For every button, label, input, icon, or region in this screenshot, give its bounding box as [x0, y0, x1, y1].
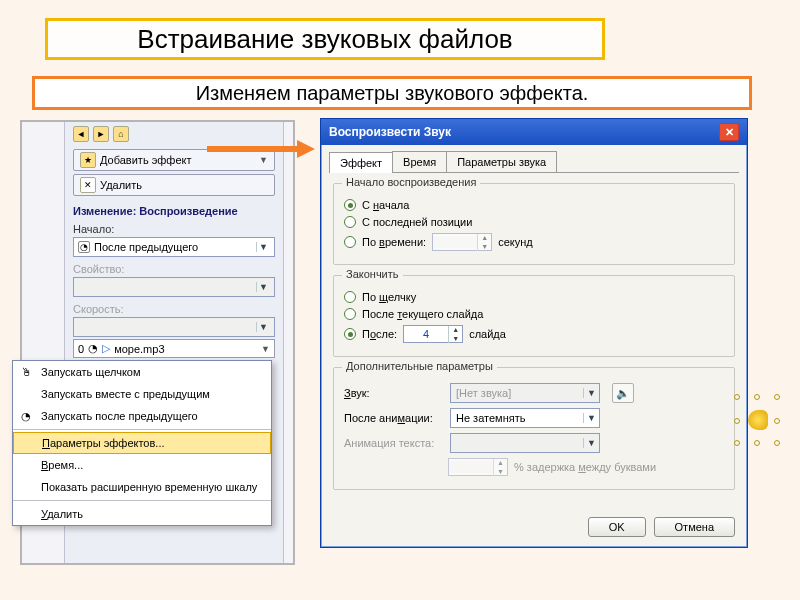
ok-button[interactable]: OK — [588, 517, 646, 537]
cm-start-on-click[interactable]: 🖱 Запускать щелчком — [13, 361, 271, 383]
star-icon: ★ — [80, 152, 96, 168]
cm-label: Запускать после предыдущего — [41, 410, 198, 422]
spin-up-icon[interactable]: ▲ — [478, 234, 491, 243]
add-effect-label: Добавить эффект — [100, 154, 191, 166]
radio-end-after-current-slide[interactable]: После текущего слайда — [344, 308, 724, 320]
time-unit: секунд — [498, 236, 533, 248]
close-button[interactable]: ✕ — [719, 123, 739, 141]
dropdown-icon: ▼ — [256, 242, 270, 252]
property-label: Свойство: — [65, 259, 283, 275]
remove-label: Удалить — [100, 179, 142, 191]
dialog-button-row: OK Отмена — [588, 517, 735, 537]
group-extra-params: Дополнительные параметры Звук: [Нет звук… — [333, 367, 735, 490]
cm-label: Показать расширенную временную шкалу — [41, 481, 257, 493]
slides-spinner[interactable]: ▲▼ — [403, 325, 463, 343]
radio-icon — [344, 199, 356, 211]
dropdown-icon: ▼ — [256, 322, 270, 332]
group-title: Дополнительные параметры — [342, 360, 497, 372]
after-animation-combo[interactable]: Не затемнять ▼ — [450, 408, 600, 428]
forward-icon[interactable]: ► — [93, 126, 109, 142]
dropdown-icon: ▼ — [583, 438, 599, 448]
radio-label: По времени: — [362, 236, 426, 248]
radio-icon — [344, 308, 356, 320]
dialog-title: Воспроизвести Звук — [329, 125, 451, 139]
radio-label: По щелчку — [362, 291, 416, 303]
cm-timing[interactable]: Время... — [13, 454, 271, 476]
cm-effect-options[interactable]: Параметры эффектов... — [13, 432, 271, 454]
radio-from-last-position[interactable]: С последней позиции — [344, 216, 724, 228]
preview-sound-button[interactable]: 🔈 — [612, 383, 634, 403]
clock-icon: ◔ — [88, 342, 98, 355]
dropdown-icon: ▼ — [261, 344, 270, 354]
group-end: Закончить По щелчку После текущего слайд… — [333, 275, 735, 357]
start-combo[interactable]: ◔ После предыдущего ▼ — [73, 237, 275, 257]
effect-index: 0 — [78, 343, 84, 355]
slides-unit: слайда — [469, 328, 506, 340]
radio-icon — [344, 216, 356, 228]
group-title: Закончить — [342, 268, 403, 280]
group-title: Начало воспроизведения — [342, 176, 480, 188]
after-animation-value: Не затемнять — [451, 412, 583, 424]
spin-down-icon[interactable]: ▼ — [449, 334, 462, 343]
cm-label: Запускать вместе с предыдущим — [41, 388, 210, 400]
start-label: Начало: — [65, 219, 283, 235]
cm-label: Параметры эффектов... — [42, 437, 165, 449]
play-icon: ▷ — [102, 342, 110, 355]
sound-object-marker — [734, 394, 782, 448]
tab-sound-params[interactable]: Параметры звука — [446, 151, 557, 172]
text-animation-label: Анимация текста: — [344, 437, 444, 449]
tab-label: Параметры звука — [457, 156, 546, 168]
dropdown-icon: ▼ — [583, 388, 599, 398]
radio-from-time[interactable]: По времени: ▲▼ секунд — [344, 233, 724, 251]
slide-subtitle: Изменяем параметры звукового эффекта. — [32, 76, 752, 110]
slide-title: Встраивание звуковых файлов — [45, 18, 605, 60]
dropdown-icon: ▼ — [259, 155, 268, 165]
delete-icon: ✕ — [80, 177, 96, 193]
home-icon[interactable]: ⌂ — [113, 126, 129, 142]
cm-label: Время... — [41, 459, 83, 471]
separator — [13, 500, 271, 501]
cm-show-advanced-timeline[interactable]: Показать расширенную временную шкалу — [13, 476, 271, 498]
cm-delete[interactable]: Удалить — [13, 503, 271, 525]
after-animation-label: После анимации: — [344, 412, 444, 424]
cm-label: Запускать щелчком — [41, 366, 141, 378]
radio-end-on-click[interactable]: По щелчку — [344, 291, 724, 303]
spin-down-icon[interactable]: ▼ — [478, 242, 491, 251]
time-spinner[interactable]: ▲▼ — [432, 233, 492, 251]
radio-label: С начала — [362, 199, 409, 211]
radio-from-beginning[interactable]: С начала — [344, 199, 724, 211]
tab-time[interactable]: Время — [392, 151, 447, 172]
spin-up-icon[interactable]: ▲ — [449, 326, 462, 335]
slide-title-text: Встраивание звуковых файлов — [137, 24, 512, 55]
sound-value: [Нет звука] — [451, 387, 583, 399]
slide-subtitle-text: Изменяем параметры звукового эффекта. — [196, 82, 589, 105]
tab-effect[interactable]: Эффект — [329, 152, 393, 173]
letter-delay-label: % задержка между буквами — [514, 461, 656, 473]
effect-list-item[interactable]: 0 ◔ ▷ море.mp3 ▼ — [73, 339, 275, 358]
back-icon[interactable]: ◄ — [73, 126, 89, 142]
dialog-titlebar: Воспроизвести Звук ✕ — [321, 119, 747, 145]
radio-label: После: — [362, 328, 397, 340]
group-start-playback: Начало воспроизведения С начала С послед… — [333, 183, 735, 265]
cancel-label: Отмена — [675, 521, 714, 533]
speed-label: Скорость: — [65, 299, 283, 315]
speaker-icon: 🔈 — [616, 387, 630, 400]
cm-start-with-previous[interactable]: Запускать вместе с предыдущим — [13, 383, 271, 405]
radio-end-after-n-slides[interactable]: После: ▲▼ слайда — [344, 325, 724, 343]
close-icon: ✕ — [725, 126, 734, 139]
cancel-button[interactable]: Отмена — [654, 517, 735, 537]
dropdown-icon: ▼ — [583, 413, 599, 423]
sound-label: Звук: — [344, 387, 444, 399]
separator — [13, 429, 271, 430]
sound-combo[interactable]: [Нет звука] ▼ — [450, 383, 600, 403]
slides-input[interactable] — [404, 328, 448, 340]
tab-label: Время — [403, 156, 436, 168]
time-input — [433, 236, 477, 248]
letter-delay-spinner: ▲▼ — [448, 458, 508, 476]
radio-icon — [344, 236, 356, 248]
cm-start-after-previous[interactable]: ◔ Запускать после предыдущего — [13, 405, 271, 427]
remove-effect-button[interactable]: ✕ Удалить — [73, 174, 275, 196]
speaker-icon — [748, 410, 768, 430]
dropdown-icon: ▼ — [256, 282, 270, 292]
dialog-tabs: Эффект Время Параметры звука — [321, 145, 747, 172]
